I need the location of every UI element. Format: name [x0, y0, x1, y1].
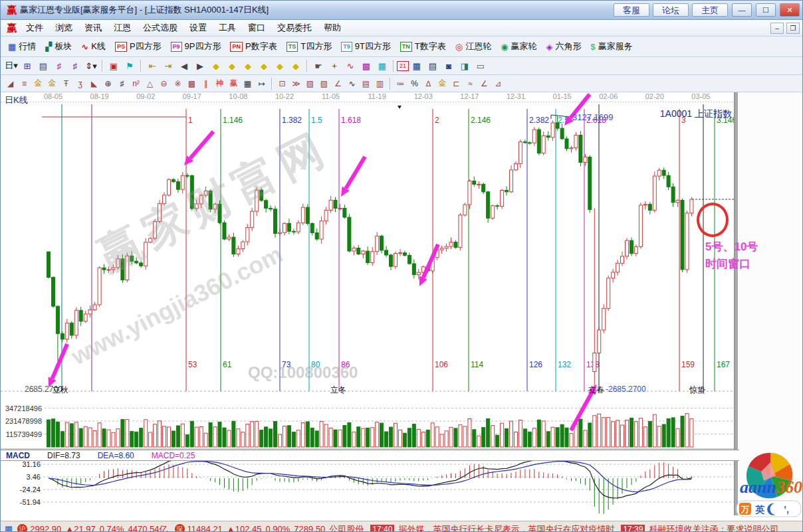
menu-item-1[interactable]: 浏览: [49, 22, 78, 34]
parallel-icon[interactable]: ∥: [199, 77, 213, 90]
shrink-v-icon[interactable]: ◆: [288, 59, 304, 72]
hatch-box-icon[interactable]: ▧: [317, 77, 331, 90]
hexagon-button[interactable]: ◈六角形: [541, 39, 586, 54]
child-restore-button[interactable]: ❐: [786, 23, 800, 34]
kline-small-icon[interactable]: ♯: [51, 59, 67, 72]
approx-icon[interactable]: ≈: [463, 77, 477, 90]
menu-item-8[interactable]: 交易委托: [271, 22, 318, 34]
gold-box2-icon[interactable]: 金: [45, 77, 59, 90]
maximize-button[interactable]: ☐: [756, 3, 776, 17]
menu-item-4[interactable]: 公式选股: [137, 22, 183, 34]
prev-bar-icon[interactable]: ◀: [176, 59, 192, 72]
angle-brush-icon[interactable]: ◣: [87, 77, 101, 90]
p9-square-button[interactable]: P99P四方形: [166, 39, 226, 54]
news-ticker[interactable]: 公司股份17:40据外媒，英国央行行长卡尼表示，英国央行在应对疫情时17:39科…: [329, 523, 781, 532]
t-number-button[interactable]: TNT数字表: [396, 39, 451, 54]
pattern-tool-icon[interactable]: ▩: [358, 59, 374, 72]
p-square-button[interactable]: PSP四方形: [110, 39, 166, 54]
menu-item-7[interactable]: 窗口: [242, 22, 271, 34]
brush-icon[interactable]: ◢: [3, 77, 17, 90]
status-grid-icon[interactable]: ▦: [5, 524, 13, 532]
grid3-icon[interactable]: ▥: [373, 77, 387, 90]
gann-circle-icon[interactable]: ⊕: [101, 77, 115, 90]
star-icon[interactable]: ※: [171, 77, 185, 90]
extend-tool-icon[interactable]: ↦: [255, 77, 269, 90]
crosshair-tool-icon[interactable]: ＋: [326, 59, 342, 72]
time-ruler-icon[interactable]: Ŧ: [59, 77, 73, 90]
percent-icon[interactable]: %: [407, 77, 421, 90]
arc-icon[interactable]: ⊿: [491, 77, 505, 90]
period-day-selector[interactable]: 日▾: [3, 59, 19, 72]
menu-item-0[interactable]: 文件: [20, 22, 49, 34]
angle-icon[interactable]: ∠: [331, 77, 345, 90]
triangle-icon[interactable]: △: [143, 77, 157, 90]
square-nine-icon[interactable]: n²: [129, 77, 143, 90]
blocks-button[interactable]: ▞板块: [41, 39, 76, 54]
fan-circle-icon[interactable]: ⊖: [157, 77, 171, 90]
p-number-button[interactable]: PNP数字表: [225, 39, 281, 54]
gann-box-icon[interactable]: ▣: [106, 59, 122, 72]
winner-wheel-button[interactable]: ◉赢家轮: [496, 39, 541, 54]
kline-large-icon[interactable]: ♯: [67, 59, 83, 72]
flag-icon[interactable]: ⚑: [122, 59, 138, 72]
grid-tool-icon[interactable]: ▦: [241, 77, 255, 90]
shrink-h-icon[interactable]: ◆: [256, 59, 272, 72]
gann-grid-icon[interactable]: ≡: [17, 77, 31, 90]
percent-line-icon[interactable]: ∆: [421, 77, 435, 90]
gold-box-icon[interactable]: 金: [31, 77, 45, 90]
menu-item-9[interactable]: 帮助: [318, 22, 347, 34]
expand-h-icon[interactable]: ◆: [240, 59, 256, 72]
web-icon[interactable]: ▩: [185, 77, 199, 90]
notes-icon[interactable]: ▤: [425, 59, 441, 72]
price-ruler-icon[interactable]: ♯: [115, 77, 129, 90]
grid2-icon[interactable]: ▤: [359, 77, 373, 90]
customer-service-button[interactable]: 客服: [614, 3, 649, 17]
cycle-selector[interactable]: ⇕▾: [83, 59, 99, 72]
calculator-icon[interactable]: ▦: [409, 59, 425, 72]
winner-service-button[interactable]: $赢家服务: [586, 39, 637, 54]
home-button[interactable]: 主页: [692, 3, 728, 17]
wave-icon[interactable]: ∿: [345, 77, 359, 90]
spiral-icon[interactable]: ʒ: [73, 77, 87, 90]
chart-grid-icon[interactable]: ⊞: [19, 59, 35, 72]
menu-item-5[interactable]: 设置: [183, 22, 213, 34]
trendline-tool-icon[interactable]: ∿: [342, 59, 358, 72]
ying-tool-icon[interactable]: 赢: [227, 77, 241, 90]
next-bar-icon[interactable]: ▶: [192, 59, 208, 72]
minimize-button[interactable]: —: [732, 3, 752, 17]
statusbar: ▦ 沪 2992.90 ▲21.97 0.74% 4470.54亿 深 1148…: [1, 521, 802, 532]
calendar-icon[interactable]: 21: [397, 61, 409, 71]
forum-button[interactable]: 论坛: [653, 3, 689, 17]
menu-item-6[interactable]: 工具: [213, 22, 242, 34]
shen-tool-icon[interactable]: 神: [213, 77, 227, 90]
first-bar-icon[interactable]: ⇤: [144, 59, 160, 72]
kline-button[interactable]: ∿K线: [76, 39, 110, 54]
window-title: 赢家江恩专业版[赢家服务平台] - [上证指数 SH1A0001-147日K线]: [20, 4, 269, 16]
expand-v-icon[interactable]: ◆: [272, 59, 288, 72]
menu-item-3[interactable]: 江恩: [108, 22, 137, 34]
gold-ratio-icon[interactable]: 金: [435, 77, 449, 90]
wave-tool-icon[interactable]: ▦: [374, 59, 390, 72]
bracket-icon[interactable]: ⊏: [449, 77, 463, 90]
rays-icon[interactable]: ≫: [289, 77, 303, 90]
expand-right-icon[interactable]: ◆: [224, 59, 240, 72]
input-method-bar[interactable]: 万 英 ’,: [737, 501, 801, 517]
info-list-icon[interactable]: ▤: [35, 59, 51, 72]
quote-button[interactable]: ▦行情: [3, 39, 41, 54]
close-button[interactable]: ✕: [780, 3, 800, 17]
print-icon[interactable]: ▭: [473, 59, 489, 72]
angle2-icon[interactable]: ∠: [477, 77, 491, 90]
hand-tool-icon[interactable]: ☛: [310, 59, 326, 72]
list-ruler-icon[interactable]: ≔: [394, 77, 407, 90]
box-tool-icon[interactable]: ⊡: [275, 77, 289, 90]
menu-item-2[interactable]: 资讯: [78, 22, 108, 34]
gann-wheel-button[interactable]: ◎江恩轮: [451, 39, 496, 54]
t-square-button[interactable]: TST四方形: [282, 39, 336, 54]
expand-left-icon[interactable]: ◆: [208, 59, 224, 72]
save-icon[interactable]: ◙: [441, 59, 457, 72]
last-bar-icon[interactable]: ⇥: [160, 59, 176, 72]
export-image-icon[interactable]: ◨: [457, 59, 473, 72]
child-minimize-button[interactable]: –: [770, 23, 784, 34]
t9-square-button[interactable]: T99T四方形: [336, 39, 396, 54]
shade-box-icon[interactable]: ▨: [303, 77, 317, 90]
